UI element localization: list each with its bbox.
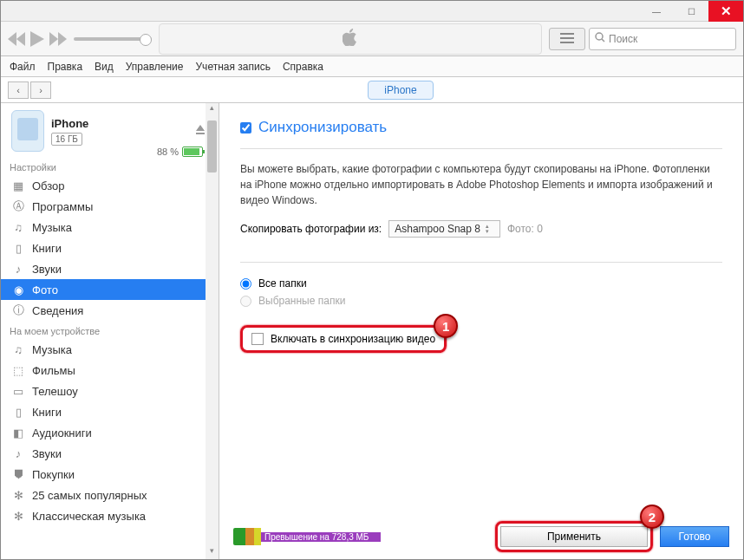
callout-2: 2	[640, 505, 664, 529]
menu-controls[interactable]: Управление	[126, 61, 184, 73]
device-thumbnail-icon	[11, 110, 44, 152]
now-playing-pane	[159, 23, 542, 55]
menu-bar: Файл Правка Вид Управление Учетная запис…	[1, 56, 743, 77]
scroll-up-icon: ▴	[206, 103, 219, 116]
sidebar-item-apps[interactable]: ⒶПрограммы	[1, 196, 219, 217]
maximize-button[interactable]: ☐	[674, 1, 708, 22]
content-area: iPhone 16 ГБ 88 % Настройки ▦Обзор ⒶПрог…	[1, 103, 743, 559]
play-icon[interactable]	[30, 31, 44, 47]
list-view-button[interactable]	[549, 28, 585, 50]
sidebar-item-tones[interactable]: ♪Звуки	[1, 258, 219, 279]
sidebar-item-label: Фильмы	[32, 364, 75, 377]
scrollbar-thumb[interactable]	[207, 120, 217, 173]
copy-from-row: Скопировать фотографии из: Ashampoo Snap…	[240, 220, 722, 238]
sync-checkbox[interactable]	[240, 122, 251, 133]
back-button[interactable]: ‹	[8, 81, 29, 99]
minimize-button[interactable]: —	[639, 1, 674, 22]
sidebar-scrollbar[interactable]: ▴ ▾	[206, 103, 219, 559]
radio-label: Все папки	[258, 277, 307, 290]
overview-icon: ▦	[11, 179, 25, 192]
close-button[interactable]: ✕	[708, 1, 743, 22]
search-input[interactable]: Поиск	[589, 28, 736, 50]
volume-slider[interactable]	[74, 37, 152, 41]
storage-seg-photos	[245, 528, 254, 545]
tab-device[interactable]: iPhone	[368, 81, 433, 100]
titlebar: — ☐ ✕	[1, 1, 743, 22]
svg-line-1	[602, 39, 604, 42]
sidebar-item-tv[interactable]: ▭Телешоу	[1, 381, 219, 401]
radio-label: Выбранные папки	[258, 295, 345, 307]
storage-bar: Превышение на 728,3 МБ	[233, 528, 381, 545]
forward-button[interactable]: ›	[30, 81, 51, 99]
bottom-bar: Превышение на 728,3 МБ Применить 2 Готов…	[233, 521, 729, 552]
sidebar-item-label: 25 самых популярных	[32, 489, 147, 502]
sidebar-item-audiobooks[interactable]: ◧Аудиокниги	[1, 422, 219, 443]
sidebar-item-device-books[interactable]: ▯Книги	[1, 401, 219, 422]
storage-overflow-label: Превышение на 728,3 МБ	[261, 532, 381, 542]
sidebar: iPhone 16 ГБ 88 % Настройки ▦Обзор ⒶПрог…	[1, 103, 219, 559]
photo-count: Фото: 0	[507, 223, 543, 235]
menu-account[interactable]: Учетная запись	[196, 61, 271, 73]
sidebar-item-label: Музыка	[32, 221, 72, 234]
radio-selected-folders: Выбранные папки	[240, 292, 722, 309]
sidebar-item-purchases[interactable]: ⛊Покупки	[1, 464, 219, 485]
storage-seg-other	[254, 528, 261, 545]
done-button[interactable]: Готово	[660, 526, 729, 547]
copy-from-label: Скопировать фотографии из:	[240, 223, 382, 235]
music-icon: ♫	[11, 220, 25, 234]
highlight-include-video: Включать в синхронизацию видео 1	[240, 325, 447, 353]
info-icon: ⓘ	[11, 303, 25, 317]
section-settings: Настройки	[1, 157, 219, 175]
sidebar-item-label: Классическая музыка	[32, 510, 146, 523]
sidebar-item-music[interactable]: ♫Музыка	[1, 217, 219, 238]
include-video-label: Включать в синхронизацию видео	[271, 333, 435, 345]
menu-file[interactable]: Файл	[10, 61, 36, 73]
sidebar-item-movies[interactable]: ⬚Фильмы	[1, 360, 219, 381]
highlight-apply: Применить 2	[495, 521, 653, 552]
books-icon: ▯	[11, 241, 25, 255]
battery-percent: 88 %	[157, 147, 179, 157]
sidebar-item-device-music[interactable]: ♫Музыка	[1, 339, 219, 360]
toolbar: Поиск	[1, 22, 743, 56]
fastforward-icon[interactable]	[49, 32, 67, 46]
menu-help[interactable]: Справка	[283, 61, 323, 73]
menu-edit[interactable]: Правка	[48, 61, 83, 73]
tones-icon: ♪	[11, 262, 25, 276]
sidebar-item-info[interactable]: ⓘСведения	[1, 300, 219, 321]
rewind-icon[interactable]	[8, 32, 25, 46]
sidebar-item-label: Книги	[32, 242, 62, 255]
sidebar-item-photos[interactable]: ◉Фото	[1, 279, 219, 300]
svg-point-0	[596, 33, 603, 40]
info-text: Вы можете выбрать, какие фотографии с ко…	[240, 148, 722, 208]
sidebar-item-label: Аудиокниги	[32, 427, 92, 440]
books-icon: ▯	[11, 405, 25, 419]
scroll-down-icon: ▾	[206, 546, 219, 559]
sidebar-item-label: Звуки	[32, 263, 62, 276]
sidebar-item-label: Фото	[32, 283, 58, 296]
tv-icon: ▭	[11, 384, 25, 398]
storage-seg-apps	[233, 528, 245, 545]
radio-selected-input	[240, 296, 251, 307]
apply-button[interactable]: Применить	[500, 526, 648, 547]
sidebar-item-label: Телешоу	[32, 385, 78, 398]
gear-icon: ✻	[11, 488, 25, 502]
gear-icon: ✻	[11, 509, 25, 523]
folder-radio-group: Все папки Выбранные папки Включать в син…	[240, 262, 722, 353]
radio-all-input[interactable]	[240, 278, 251, 290]
battery-icon	[182, 147, 203, 157]
search-placeholder: Поиск	[609, 33, 637, 45]
sync-label: Синхронизировать	[258, 119, 387, 136]
sidebar-item-device-tones[interactable]: ♪Звуки	[1, 443, 219, 464]
section-ondevice: На моем устройстве	[1, 321, 219, 339]
copy-from-dropdown[interactable]: Ashampoo Snap 8 ▴▾	[388, 220, 500, 238]
device-capacity: 16 ГБ	[51, 133, 82, 146]
sidebar-item-top25[interactable]: ✻25 самых популярных	[1, 485, 219, 505]
sidebar-item-classical[interactable]: ✻Классическая музыка	[1, 505, 219, 526]
apps-icon: Ⓐ	[11, 199, 25, 213]
playback-controls	[8, 31, 67, 47]
sidebar-item-books[interactable]: ▯Книги	[1, 238, 219, 258]
include-video-checkbox[interactable]	[251, 333, 264, 345]
sidebar-item-overview[interactable]: ▦Обзор	[1, 175, 219, 196]
radio-all-folders[interactable]: Все папки	[240, 275, 722, 292]
menu-view[interactable]: Вид	[95, 61, 114, 73]
